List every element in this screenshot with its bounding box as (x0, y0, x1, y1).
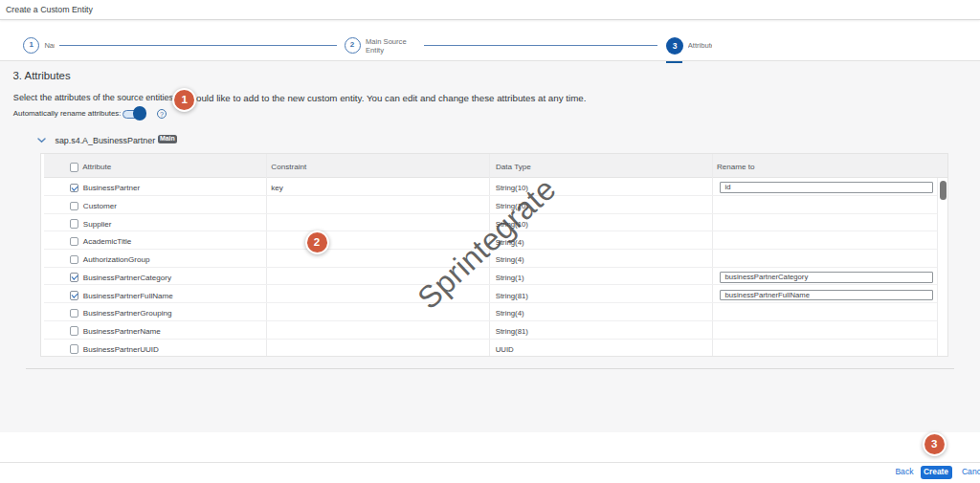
svg-text:?: ? (160, 110, 164, 119)
